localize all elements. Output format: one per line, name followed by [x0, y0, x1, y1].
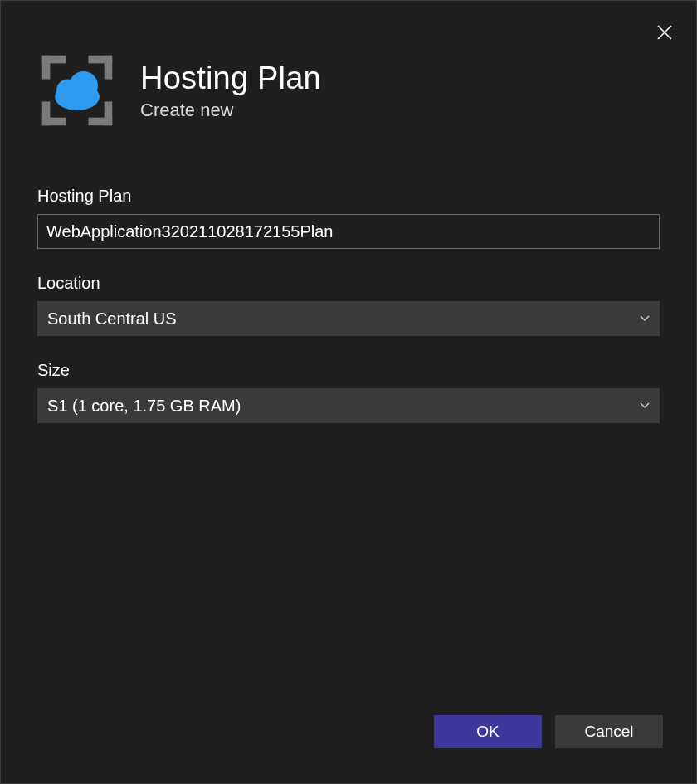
close-icon — [656, 24, 673, 41]
hosting-plan-label: Hosting Plan — [37, 187, 660, 206]
hosting-plan-icon — [37, 51, 117, 130]
size-value: S1 (1 core, 1.75 GB RAM) — [47, 397, 631, 416]
chevron-down-icon — [640, 402, 650, 409]
dialog-header: Hosting Plan Create new — [1, 1, 696, 130]
svg-point-12 — [69, 71, 98, 100]
dialog-header-text: Hosting Plan Create new — [140, 61, 321, 121]
location-label: Location — [37, 274, 660, 293]
svg-rect-5 — [105, 56, 113, 80]
hosting-plan-field: Hosting Plan — [37, 187, 660, 249]
dialog-subtitle: Create new — [140, 100, 321, 121]
ok-button[interactable]: OK — [434, 715, 542, 748]
chevron-down-icon — [640, 315, 650, 322]
size-field: Size S1 (1 core, 1.75 GB RAM) — [37, 361, 660, 423]
dialog-title: Hosting Plan — [140, 61, 321, 96]
svg-rect-7 — [42, 101, 51, 125]
cancel-button[interactable]: Cancel — [555, 715, 663, 748]
svg-rect-9 — [105, 101, 113, 125]
location-value: South Central US — [47, 309, 631, 329]
svg-rect-3 — [42, 56, 51, 80]
hosting-plan-dialog: Hosting Plan Create new Hosting Plan Loc… — [0, 0, 697, 784]
close-button[interactable] — [653, 21, 676, 44]
dialog-footer: OK Cancel — [1, 715, 696, 783]
size-label: Size — [37, 361, 660, 380]
location-select[interactable]: South Central US — [37, 301, 660, 336]
size-select[interactable]: S1 (1 core, 1.75 GB RAM) — [37, 388, 660, 423]
location-field: Location South Central US — [37, 274, 660, 336]
hosting-plan-input[interactable] — [37, 214, 660, 249]
form: Hosting Plan Location South Central US S… — [1, 130, 696, 423]
